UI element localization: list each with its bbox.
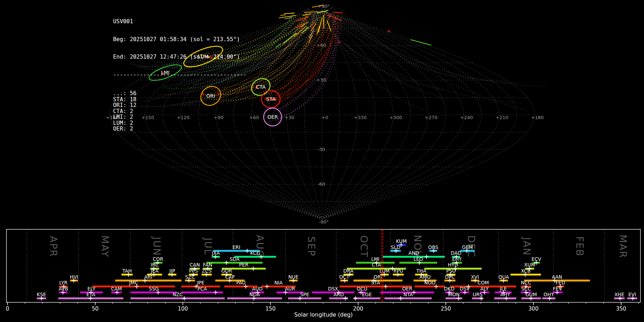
shower-code-label: AAN xyxy=(552,274,562,280)
meteor-streak xyxy=(280,15,285,15)
meteor-trail xyxy=(339,8,518,83)
meteor-trail xyxy=(332,14,546,87)
shower-counts-list: ...: 56STA: 18ORI: 12CTA: 2LMI: 2LUM: 2O… xyxy=(113,91,247,132)
map-meridian xyxy=(304,11,322,219)
x-axis-tick-label: 300 xyxy=(528,306,539,312)
map-lon-label: +300 xyxy=(389,115,402,120)
shower-code-label: ARD xyxy=(333,292,344,297)
shower-activity-bar xyxy=(288,297,321,299)
map-lon-label: +0 xyxy=(321,115,328,120)
shower-code-label: DRA xyxy=(343,268,354,274)
shower-code-label: NIA xyxy=(274,280,283,286)
shower-code-label: ORI xyxy=(374,274,382,280)
map-lon-label: +330 xyxy=(354,115,367,120)
shower-code-label: LEO xyxy=(414,256,423,262)
shower-code-label: IRC xyxy=(151,262,158,268)
map-lat-label: -60 xyxy=(317,181,325,187)
shower-code-label: GEM xyxy=(462,244,473,250)
shower-code-label: SLD xyxy=(391,244,400,250)
meteor-streak xyxy=(334,12,342,13)
shower-code-label: SZC xyxy=(185,274,195,280)
shower-code-label: CAM xyxy=(111,286,122,292)
shower-code-label: MON xyxy=(448,292,459,297)
map-lon-label: +270 xyxy=(425,115,438,120)
timeline-chart: APRMAYJUNJULAUGSEPOCTNOVDECJANFEBMARKUME… xyxy=(6,229,640,318)
month-label: SEP xyxy=(306,236,317,257)
shower-code-label: HYD xyxy=(448,262,458,268)
map-lat-label: +60 xyxy=(316,43,326,48)
shower-code-label: OCT xyxy=(339,274,350,280)
meteor-trail xyxy=(333,8,454,78)
shower-code-label: XCB xyxy=(521,268,531,274)
shower-activity-bar xyxy=(131,292,177,293)
shower-code-label: SPE xyxy=(300,292,309,297)
shower-count-line: LUM: 2 xyxy=(113,120,247,126)
shower-code-label: TAH xyxy=(122,268,132,274)
shower-code-label: ELY xyxy=(87,286,96,292)
x-axis-tick-label: 200 xyxy=(353,306,364,312)
month-label: MAY xyxy=(99,235,111,258)
shower-code-label: LMI xyxy=(371,256,379,262)
radiant-label: OER xyxy=(267,114,278,120)
month-label: MAR xyxy=(618,235,629,259)
shower-count-line: OER: 2 xyxy=(113,126,247,132)
shower-activity-bar xyxy=(340,286,412,287)
meteor-streak xyxy=(304,12,318,13)
shower-code-label: ERI xyxy=(233,244,240,250)
shower-activity-bar xyxy=(206,262,263,264)
map-lon-label: +30 xyxy=(284,115,294,120)
map-lon-label: +240 xyxy=(460,115,473,120)
shower-activity-bar xyxy=(92,286,175,287)
x-axis-tick-label: 50 xyxy=(92,306,98,312)
meteor-observation-screen: USV001 Beg: 20251027 01:58:34 (sol = 213… xyxy=(0,0,644,322)
shower-code-label: AND xyxy=(408,250,419,256)
shower-code-label: OCU xyxy=(357,286,367,292)
meteor-streak xyxy=(411,40,431,45)
meteor-trail xyxy=(269,23,338,122)
station-id: USV001 xyxy=(113,19,247,25)
shower-code-label: AMO xyxy=(419,274,431,280)
shower-code-label: SSG xyxy=(149,286,159,292)
shower-code-label: NZC xyxy=(172,292,183,297)
shower-code-label: CTA xyxy=(372,262,381,268)
end-time-line: End: 20251027 12:47:26 (sol = 214.00°) xyxy=(113,54,247,60)
meteor-streak xyxy=(279,15,296,18)
shower-activity-bar xyxy=(131,297,225,299)
x-axis-tick-label: 350 xyxy=(616,306,626,312)
shower-code-label: NTA xyxy=(403,292,413,297)
shower-activity-bar xyxy=(234,256,276,258)
shower-activity-bar xyxy=(385,297,432,299)
shower-code-label: PAU xyxy=(236,280,245,286)
shower-code-label: OHY xyxy=(543,292,554,297)
observation-header: USV001 Beg: 20251027 01:58:34 (sol = 213… xyxy=(113,7,247,144)
shower-count-line: ...: 56 xyxy=(113,91,247,97)
sky-map-and-timeline-canvas: +90°-90°+60+30-30-60+180+150+120+90+60+3… xyxy=(0,0,644,322)
shower-activity-bar xyxy=(277,292,303,293)
shower-code-label: KCG xyxy=(250,250,260,256)
shower-code-label: AVB xyxy=(59,286,68,292)
shower-code-label: NOO xyxy=(424,280,435,286)
shower-code-label: PER xyxy=(239,262,248,268)
shower-code-label: AUD xyxy=(252,286,263,292)
shower-count-line: STA: 18 xyxy=(113,97,247,103)
shower-code-label: COM xyxy=(478,280,489,286)
shower-code-label: NDA xyxy=(249,292,260,297)
map-lon-label: +180 xyxy=(531,115,544,120)
shower-code-label: ARI xyxy=(144,274,152,280)
shower-code-label: DSX xyxy=(328,286,338,292)
radiant-label: CTA xyxy=(256,84,266,90)
month-label: FEB xyxy=(574,236,585,257)
shower-code-label: JPE xyxy=(197,280,205,286)
shower-count-line: LMI: 2 xyxy=(113,114,247,120)
shower-code-label: JXA xyxy=(211,250,220,256)
shower-code-label: OER xyxy=(402,286,413,292)
shower-code-label: EGE xyxy=(362,292,372,297)
meteor-streak xyxy=(284,13,294,14)
header-separator: ---------------------------------------- xyxy=(113,72,247,78)
month-label: OCT xyxy=(358,235,370,258)
shower-activity-bar xyxy=(415,286,445,287)
shower-code-label: RPU xyxy=(394,268,403,274)
month-label: JAN xyxy=(521,236,532,256)
shower-code-label: JEA xyxy=(150,268,159,274)
shower-code-label: QUA xyxy=(498,274,509,280)
